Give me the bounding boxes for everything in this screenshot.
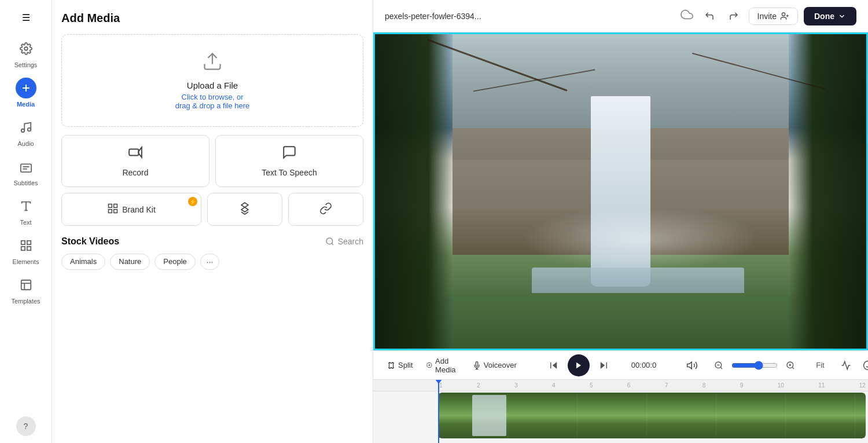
- record-button[interactable]: Record: [61, 135, 209, 187]
- link-button[interactable]: [288, 193, 363, 226]
- text-icon: [16, 196, 36, 217]
- done-chevron-icon: [838, 12, 846, 20]
- sidebar-text-label: Text: [20, 219, 31, 226]
- right-panel: pexels-peter-fowler-6394... Invite: [373, 0, 868, 443]
- zoom-controls: [709, 356, 800, 375]
- action-row: Record Text To Speech: [61, 135, 363, 187]
- zoom-slider[interactable]: [731, 361, 778, 370]
- svg-rect-22: [114, 210, 117, 213]
- search-area[interactable]: Search: [325, 237, 363, 246]
- settings-icon: [16, 38, 36, 59]
- panel-title: Add Media: [61, 12, 363, 25]
- done-button[interactable]: Done: [804, 7, 856, 25]
- chip-nature[interactable]: Nature: [110, 254, 150, 270]
- sidebar-media-label: Media: [17, 101, 35, 108]
- sidebar-item-media[interactable]: Media: [6, 74, 46, 111]
- upload-icon: [71, 51, 354, 76]
- chip-animals[interactable]: Animals: [61, 254, 105, 270]
- tts-button[interactable]: Text To Speech: [215, 135, 363, 187]
- invite-button[interactable]: Invite: [749, 8, 798, 25]
- invite-label: Invite: [757, 12, 777, 21]
- sidebar-item-settings[interactable]: Settings: [6, 35, 46, 72]
- sidebar-item-elements[interactable]: Elements: [6, 232, 46, 269]
- rewind-button[interactable]: [545, 356, 563, 375]
- done-label: Done: [814, 12, 834, 21]
- search-icon: [325, 237, 334, 246]
- video-track[interactable]: [438, 393, 866, 438]
- sidebar-help[interactable]: ?: [16, 416, 36, 436]
- sidebar-subtitles-label: Subtitles: [13, 180, 38, 186]
- caption-button[interactable]: [863, 356, 868, 375]
- timeline-ruler: 1 2 3 4 5 6 7 8 9 10 11 12: [373, 380, 868, 391]
- record-icon: [128, 145, 143, 163]
- tool-row: Brand Kit ⚡: [61, 193, 363, 226]
- fast-forward-icon: [598, 360, 609, 371]
- svg-marker-19: [138, 147, 141, 157]
- zoom-in-button[interactable]: [781, 356, 800, 375]
- sidebar-audio-label: Audio: [17, 140, 34, 147]
- brand-kit-icon: [107, 203, 119, 216]
- tts-icon: [282, 145, 297, 163]
- play-icon: [575, 361, 583, 369]
- sidebar: ☰ Settings Media Audio: [0, 0, 52, 443]
- tts-label: Text To Speech: [262, 168, 317, 177]
- zoom-in-icon: [786, 361, 795, 370]
- elements-icon: [16, 235, 36, 256]
- sidebar-item-subtitles[interactable]: Subtitles: [6, 153, 46, 190]
- waveform-icon: [841, 360, 851, 371]
- fast-forward-button[interactable]: [594, 356, 613, 375]
- time-display: 00:00:0: [631, 361, 656, 369]
- brand-kit-button[interactable]: Brand Kit ⚡: [61, 193, 201, 226]
- undo-button[interactable]: [700, 7, 719, 25]
- svg-marker-36: [553, 362, 557, 369]
- menu-icon[interactable]: ☰: [13, 7, 39, 28]
- svg-rect-18: [129, 149, 138, 156]
- sidebar-settings-label: Settings: [14, 61, 38, 68]
- stock-videos-title: Stock Videos: [61, 236, 119, 247]
- timeline-area: 1 2 3 4 5 6 7 8 9 10 11 12: [373, 379, 868, 443]
- redo-button[interactable]: [724, 7, 743, 25]
- add-media-panel: Add Media Upload a File Click to browse,…: [52, 0, 373, 443]
- sidebar-item-text[interactable]: Text: [6, 192, 46, 229]
- sidebar-templates-label: Templates: [11, 298, 40, 305]
- svg-marker-38: [576, 362, 581, 368]
- svg-point-24: [326, 238, 333, 244]
- voiceover-button[interactable]: Voiceover: [468, 358, 521, 372]
- svg-rect-13: [27, 247, 30, 250]
- cloud-icon: [681, 8, 693, 24]
- chip-people[interactable]: People: [155, 254, 195, 270]
- invite-user-icon: [780, 12, 789, 21]
- top-bar-actions: Invite Done: [700, 7, 856, 25]
- rewind-icon: [549, 360, 559, 371]
- voiceover-label: Voiceover: [484, 361, 517, 369]
- play-button[interactable]: [568, 354, 590, 376]
- stock-videos-header: Stock Videos Search: [61, 236, 363, 247]
- volume-button[interactable]: [686, 356, 698, 375]
- dropbox-button[interactable]: [207, 193, 282, 226]
- voiceover-icon: [473, 361, 481, 369]
- sidebar-elements-label: Elements: [13, 258, 39, 265]
- caption-icon: [863, 360, 868, 371]
- upload-title: Upload a File: [71, 80, 354, 90]
- svg-rect-21: [114, 204, 117, 208]
- svg-point-26: [782, 13, 785, 16]
- zoom-out-button[interactable]: [709, 356, 728, 375]
- svg-rect-20: [109, 204, 112, 208]
- add-media-icon: [426, 361, 432, 369]
- svg-marker-39: [601, 362, 605, 369]
- svg-point-3: [21, 129, 24, 133]
- split-button[interactable]: Split: [382, 358, 417, 372]
- chip-more[interactable]: ···: [200, 254, 220, 270]
- sidebar-item-templates[interactable]: Templates: [6, 271, 46, 308]
- link-icon: [319, 202, 332, 217]
- edit-controls-group: Split Add Media Voiceover: [382, 354, 521, 376]
- add-media-button[interactable]: Add Media: [422, 354, 463, 376]
- audio-icon: [16, 117, 36, 138]
- sidebar-item-audio[interactable]: Audio: [6, 114, 46, 151]
- add-media-label: Add Media: [435, 357, 459, 374]
- upload-area[interactable]: Upload a File Click to browse, or drag &…: [61, 34, 363, 127]
- svg-marker-41: [687, 362, 692, 369]
- svg-rect-5: [20, 164, 31, 172]
- split-icon: [387, 361, 395, 369]
- waveform-button[interactable]: [841, 356, 851, 375]
